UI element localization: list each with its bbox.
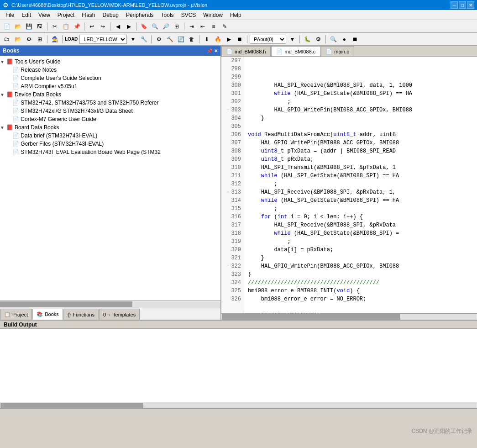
redo-button[interactable]: ↪ xyxy=(98,21,108,32)
tree-item-board-data[interactable]: ▼📕Board Data Books xyxy=(0,123,220,132)
expand-icon[interactable]: ▼ xyxy=(0,59,6,64)
cut-button[interactable]: ✂ xyxy=(50,21,60,32)
tree-item-arm-compiler[interactable]: 📄ARM Compiler v5.05u1 xyxy=(0,82,220,90)
tree-item-stm32h742[interactable]: 📄STM32H742, STM32H743/753 and STM32H750 … xyxy=(0,99,220,107)
rebuild-button[interactable]: 🔄 xyxy=(176,34,186,44)
find2-button[interactable]: 🔎 xyxy=(161,21,171,32)
undo-button[interactable]: ↩ xyxy=(87,21,97,32)
flash-download-button[interactable]: ⬇ xyxy=(202,34,212,44)
maximize-button[interactable]: □ xyxy=(459,1,466,9)
collapse-303[interactable]: − xyxy=(225,108,230,112)
code-tab-md-bmi088-h[interactable]: 📄md_BMI088.h xyxy=(221,46,271,56)
tree-item-stm32h742xl[interactable]: 📄STM32H742xI/G STM32H743xI/G Data Sheet xyxy=(0,107,220,115)
flash-program-button[interactable]: ▶ xyxy=(224,34,234,44)
save-all-button[interactable]: 🖫 xyxy=(35,21,45,32)
left-hscroll[interactable] xyxy=(0,300,220,307)
expand-icon[interactable]: ▼ xyxy=(0,92,6,97)
search2-button[interactable]: ● xyxy=(339,34,349,44)
code-hscroll-track[interactable] xyxy=(222,314,477,320)
tree-item-cortex-m7[interactable]: 📄Cortex-M7 Generic User Guide xyxy=(0,115,220,123)
translate-button[interactable]: ⚙ xyxy=(154,34,164,44)
tree-item-complete-guide[interactable]: 📄Complete User's Guide Selection xyxy=(0,74,220,82)
left-tab-functions[interactable]: {}Functions xyxy=(63,309,99,320)
code-hscroll[interactable] xyxy=(221,313,477,320)
left-tab-books[interactable]: 📚Books xyxy=(32,309,63,320)
multi-config-button[interactable]: ⊞ xyxy=(35,34,45,44)
menu-window[interactable]: Window xyxy=(199,11,226,19)
left-hscroll-track[interactable] xyxy=(0,301,220,307)
line-num-316: 316 xyxy=(221,213,244,221)
tab-label-templates: Templates xyxy=(113,312,136,317)
new-project-button[interactable]: 🗂 xyxy=(2,34,12,44)
panel-close-button[interactable]: ✕ xyxy=(214,48,218,53)
build-output-content[interactable] xyxy=(0,329,477,402)
code-tab-main-c[interactable]: 📄main.c xyxy=(321,46,354,56)
menu-svcs[interactable]: SVCS xyxy=(178,11,200,19)
menu-help[interactable]: Help xyxy=(226,11,245,19)
clean-button[interactable]: 🗑 xyxy=(187,34,197,44)
config-wizard-button[interactable]: 🧙 xyxy=(50,34,60,44)
code-area[interactable]: 297298299300301302−303304305306307308309… xyxy=(221,57,477,313)
build-button[interactable]: 🔨 xyxy=(165,34,175,44)
save-button[interactable]: 💾 xyxy=(24,21,34,32)
tree-item-eval-board[interactable]: 📄STM32H743I_EVAL Evaluation Board Web Pa… xyxy=(0,148,220,156)
search-button[interactable]: 🔍 xyxy=(328,34,338,44)
bottom-hscroll-track[interactable] xyxy=(0,403,477,408)
left-tab-project[interactable]: 📋Project xyxy=(0,309,32,320)
menu-tools[interactable]: Tools xyxy=(157,11,178,19)
stop2-button[interactable]: ⏹ xyxy=(350,34,360,44)
bottom-hscroll[interactable] xyxy=(0,402,477,408)
signal-drop-button[interactable]: ▼ xyxy=(287,34,297,44)
sep2 xyxy=(84,22,84,31)
open-project-button[interactable]: 📂 xyxy=(13,34,23,44)
menu-edit[interactable]: Edit xyxy=(18,11,35,19)
bottom-hscroll-thumb[interactable] xyxy=(0,403,143,408)
component-button[interactable]: 🔧 xyxy=(139,34,149,44)
find-button[interactable]: 🔍 xyxy=(150,21,160,32)
flash-erase-button[interactable]: 🔥 xyxy=(213,34,223,44)
menu-flash[interactable]: Flash xyxy=(78,11,99,19)
code-tab-md-bmi088-c[interactable]: 📄md_BMI088.c xyxy=(271,46,320,56)
tree-item-release-notes[interactable]: 📄Release Notes xyxy=(0,66,220,74)
menu-peripherals[interactable]: Peripherals xyxy=(122,11,157,19)
menu-file[interactable]: File xyxy=(2,11,18,19)
tree-item-device-data[interactable]: ▼📕Device Data Books xyxy=(0,90,220,99)
collapse-322[interactable]: − xyxy=(225,264,230,269)
bookmark-button[interactable]: 🔖 xyxy=(139,21,149,32)
find3-button[interactable]: ⊞ xyxy=(172,21,182,32)
minimize-button[interactable]: ─ xyxy=(451,1,458,9)
project-settings-button[interactable]: ⚙ xyxy=(24,34,34,44)
target-selector[interactable]: LED_YELLOW xyxy=(79,35,127,44)
expand-icon[interactable]: ▼ xyxy=(0,125,6,130)
unindent-button[interactable]: ⇤ xyxy=(198,21,208,32)
left-hscroll-thumb[interactable] xyxy=(0,301,132,307)
menu-project[interactable]: Project xyxy=(54,11,78,19)
new-file-button[interactable]: 📄 xyxy=(2,21,12,32)
tree-item-tools-guide[interactable]: ▼📕Tools User's Guide xyxy=(0,58,220,66)
left-tab-templates[interactable]: 0→Templates xyxy=(99,309,140,320)
sep12 xyxy=(325,35,326,43)
forward-button[interactable]: ▶ xyxy=(124,21,134,32)
format-button[interactable]: ≡ xyxy=(209,21,219,32)
panel-pin-button[interactable]: 📌 xyxy=(207,48,212,53)
code-content[interactable]: HAL_SPI_Receive(&BMI088_SPI, data, 1, 10… xyxy=(244,57,477,313)
signal-combo[interactable]: PAout(0) xyxy=(250,35,286,44)
open-button[interactable]: 📂 xyxy=(13,21,23,32)
copy-button[interactable]: 📋 xyxy=(61,21,71,32)
collapse-313[interactable]: − xyxy=(225,190,230,195)
stop-button[interactable]: ⏹ xyxy=(235,34,245,44)
debug2-button[interactable]: ⚙ xyxy=(313,34,323,44)
manage-button[interactable]: ▼ xyxy=(128,34,138,44)
menu-view[interactable]: View xyxy=(35,11,54,19)
menu-debug[interactable]: Debug xyxy=(99,11,122,19)
comment-button[interactable]: ✎ xyxy=(220,21,230,32)
indent-button[interactable]: ⇥ xyxy=(187,21,197,32)
close-button[interactable]: ✕ xyxy=(467,1,474,9)
tree-item-gerber-files[interactable]: 📄Gerber Files (STM32H743I-EVAL) xyxy=(0,140,220,148)
line-number-320: 320 xyxy=(231,247,241,253)
debug-button[interactable]: 🐛 xyxy=(302,34,312,44)
paste-button[interactable]: 📌 xyxy=(72,21,82,32)
code-hscroll-thumb[interactable] xyxy=(222,314,400,320)
tree-item-data-brief[interactable]: 📄Data brief (STM32H743I-EVAL) xyxy=(0,132,220,140)
back-button[interactable]: ◀ xyxy=(113,21,123,32)
